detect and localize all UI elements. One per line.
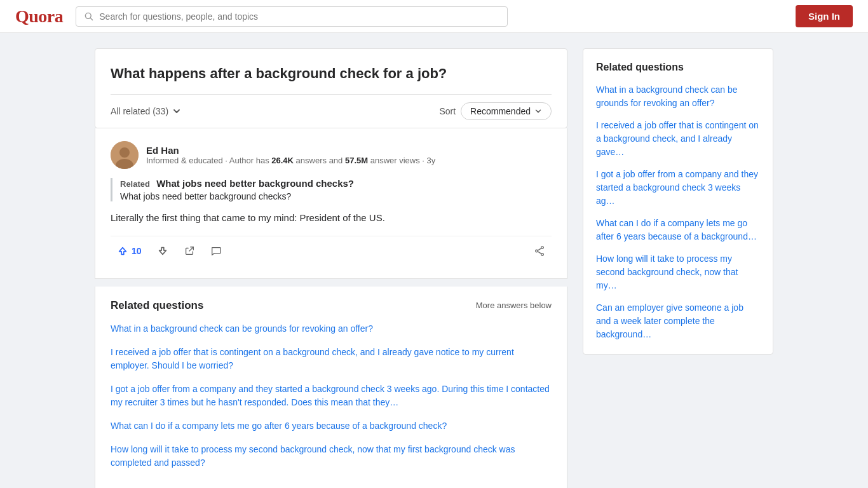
related-q-list: What in a background check can be ground… [111, 322, 552, 470]
related-q-link-5[interactable]: How long will it take to process my seco… [111, 444, 515, 468]
list-item: I got a job offer from a company and the… [111, 383, 552, 409]
bio-suffix: answer views · 3y [368, 156, 435, 165]
list-item: I received a job offer that is contingen… [111, 346, 552, 372]
list-item: I got a job offer from a company and the… [596, 168, 760, 208]
answer-ed-han: Ed Han Informed & educated · Author has … [95, 128, 567, 279]
related-questions-header: Related questions More answers below [111, 299, 552, 312]
sort-label: Sort [439, 106, 456, 116]
header: Quora Sign In [0, 0, 868, 33]
svg-line-1 [90, 18, 93, 20]
header-right: Sign In [796, 5, 853, 27]
upvote-icon [117, 245, 128, 257]
filter-right: Sort Recommended [439, 102, 552, 120]
list-item: What can I do if a company lets me go af… [596, 217, 760, 243]
related-q-box: Related What jobs need better background… [111, 178, 552, 201]
sidebar-card: Related questions What in a background c… [583, 48, 773, 355]
related-q-link-3[interactable]: I got a job offer from a company and the… [111, 384, 550, 407]
related-label: Related [120, 179, 150, 189]
sign-in-button[interactable]: Sign In [796, 5, 853, 27]
related-section-title: Related questions [111, 299, 203, 312]
external-share-button[interactable] [527, 241, 552, 261]
sidebar-q-link-5[interactable]: How long will it take to process my seco… [596, 254, 738, 290]
author-name-ed[interactable]: Ed Han [146, 145, 552, 156]
list-item: What in a background check can be ground… [596, 83, 760, 110]
share-icon [184, 245, 195, 257]
upvote-button[interactable]: 10 [111, 241, 148, 261]
related-q-link-4[interactable]: What can I do if a company lets me go af… [111, 421, 447, 431]
related-q-link-2[interactable]: I received a job offer that is contingen… [111, 347, 514, 370]
svg-line-9 [538, 248, 541, 250]
related-q-sub: What jobs need better background checks? [120, 191, 552, 201]
bio-answers: 26.4K [271, 156, 294, 165]
search-bar [76, 6, 508, 27]
svg-line-5 [189, 247, 193, 250]
filter-all-related[interactable]: All related (33) [111, 106, 181, 116]
content-area: What happens after a background check fo… [95, 48, 567, 488]
list-item: Can an employer give someone a job and a… [596, 301, 760, 341]
main-container: What happens after a background check fo… [85, 33, 783, 488]
question-card: What happens after a background check fo… [95, 48, 567, 128]
related-q-link-1[interactable]: What in a background check can be ground… [111, 323, 373, 334]
comment-icon [210, 245, 222, 257]
svg-line-10 [538, 252, 541, 254]
svg-point-7 [541, 253, 544, 255]
more-answers-label: More answers below [476, 301, 552, 310]
filter-label: All related (33) [111, 106, 168, 116]
sort-value: Recommended [470, 106, 531, 116]
bio-prefix: Informed & educated · Author has [146, 156, 271, 165]
sidebar-q-list: What in a background check can be ground… [596, 83, 760, 341]
search-input[interactable] [99, 11, 499, 22]
bio-views: 57.5M [345, 156, 368, 165]
list-item: What can I do if a company lets me go af… [111, 419, 552, 433]
sidebar-title: Related questions [596, 62, 760, 73]
downvote-icon [157, 245, 168, 257]
chevron-down-icon [172, 107, 181, 116]
avatar-ed [111, 141, 139, 169]
sort-chevron-icon [534, 107, 542, 115]
sidebar-q-link-4[interactable]: What can I do if a company lets me go af… [596, 218, 757, 241]
list-item: How long will it take to process my seco… [111, 443, 552, 470]
svg-point-6 [541, 247, 544, 249]
author-row-ed: Ed Han Informed & educated · Author has … [111, 141, 552, 169]
related-q-header: Related What jobs need better background… [120, 178, 552, 189]
comment-button[interactable] [204, 241, 228, 261]
sidebar: Related questions What in a background c… [583, 48, 773, 488]
question-title: What happens after a background check fo… [111, 64, 552, 84]
svg-point-3 [119, 147, 130, 158]
list-item: I received a job offer that is contingen… [596, 119, 760, 159]
sidebar-q-link-6[interactable]: Can an employer give someone a job and a… [596, 302, 743, 339]
avatar-ed-image [111, 141, 139, 169]
svg-point-8 [536, 250, 538, 252]
filter-bar: All related (33) Sort Recommended [111, 94, 552, 128]
search-icon [84, 11, 94, 22]
author-info-ed: Ed Han Informed & educated · Author has … [146, 145, 552, 165]
sidebar-q-link-3[interactable]: I got a job offer from a company and the… [596, 169, 758, 206]
list-item: What in a background check can be ground… [111, 322, 552, 336]
related-questions-section: Related questions More answers below Wha… [95, 287, 567, 488]
list-item: How long will it take to process my seco… [596, 252, 760, 292]
quora-logo[interactable]: Quora [15, 6, 63, 27]
external-share-icon [534, 245, 545, 257]
sidebar-q-link-2[interactable]: I received a job offer that is contingen… [596, 120, 759, 157]
sidebar-q-link-1[interactable]: What in a background check can be ground… [596, 85, 738, 108]
bio-mid: answers and [294, 156, 345, 165]
related-q-title[interactable]: What jobs need better background checks? [156, 178, 354, 189]
author-bio-ed: Informed & educated · Author has 26.4K a… [146, 156, 552, 165]
upvote-count: 10 [132, 246, 142, 256]
downvote-button[interactable] [151, 241, 175, 261]
sort-dropdown[interactable]: Recommended [461, 102, 552, 120]
answer-text-ed: Literally the first thing that came to m… [111, 210, 552, 226]
share-answer-button[interactable] [177, 241, 201, 261]
action-bar-ed: 10 [111, 236, 552, 266]
